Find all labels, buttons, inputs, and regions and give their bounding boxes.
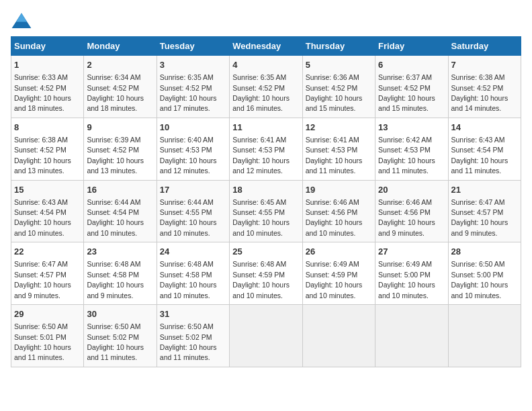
calendar-cell: 19 Sunrise: 6:46 AMSunset: 4:56 PMDaylig… bbox=[302, 180, 375, 242]
calendar-cell: 2 Sunrise: 6:34 AMSunset: 4:52 PMDayligh… bbox=[84, 56, 157, 118]
day-number: 24 bbox=[160, 246, 226, 258]
day-number: 25 bbox=[232, 246, 299, 258]
day-number: 21 bbox=[451, 184, 518, 196]
day-number: 23 bbox=[87, 246, 153, 258]
day-number: 13 bbox=[378, 122, 445, 134]
cell-content: Sunrise: 6:43 AMSunset: 4:54 PMDaylight:… bbox=[451, 136, 508, 175]
calendar-cell: 9 Sunrise: 6:39 AMSunset: 4:52 PMDayligh… bbox=[84, 118, 157, 180]
cell-content: Sunrise: 6:47 AMSunset: 4:57 PMDaylight:… bbox=[451, 198, 508, 237]
day-number: 31 bbox=[160, 308, 226, 320]
calendar-cell: 1 Sunrise: 6:33 AMSunset: 4:52 PMDayligh… bbox=[11, 56, 84, 118]
header-wednesday: Wednesday bbox=[230, 37, 302, 56]
calendar-cell: 14 Sunrise: 6:43 AMSunset: 4:54 PMDaylig… bbox=[448, 118, 521, 180]
cell-content: Sunrise: 6:38 AMSunset: 4:52 PMDaylight:… bbox=[14, 136, 71, 175]
day-number: 2 bbox=[87, 59, 153, 71]
day-number: 19 bbox=[306, 184, 372, 196]
header-friday: Friday bbox=[375, 37, 448, 56]
day-number: 12 bbox=[306, 122, 372, 134]
cell-content: Sunrise: 6:33 AMSunset: 4:52 PMDaylight:… bbox=[14, 73, 71, 112]
calendar-cell: 27 Sunrise: 6:49 AMSunset: 5:00 PMDaylig… bbox=[375, 242, 448, 305]
calendar-cell: 12 Sunrise: 6:41 AMSunset: 4:53 PMDaylig… bbox=[302, 118, 375, 180]
day-number: 22 bbox=[14, 246, 81, 258]
calendar-cell: 13 Sunrise: 6:42 AMSunset: 4:53 PMDaylig… bbox=[375, 118, 448, 180]
calendar-cell: 30 Sunrise: 6:50 AMSunset: 5:02 PMDaylig… bbox=[84, 305, 157, 367]
cell-content: Sunrise: 6:37 AMSunset: 4:52 PMDaylight:… bbox=[378, 73, 435, 112]
day-number: 4 bbox=[232, 59, 299, 71]
cell-content: Sunrise: 6:34 AMSunset: 4:52 PMDaylight:… bbox=[87, 73, 144, 112]
logo bbox=[11, 13, 34, 31]
calendar-cell: 10 Sunrise: 6:40 AMSunset: 4:53 PMDaylig… bbox=[157, 118, 229, 180]
cell-content: Sunrise: 6:46 AMSunset: 4:56 PMDaylight:… bbox=[378, 198, 435, 237]
calendar-cell: 4 Sunrise: 6:35 AMSunset: 4:52 PMDayligh… bbox=[230, 56, 302, 118]
calendar-cell: 28 Sunrise: 6:50 AMSunset: 5:00 PMDaylig… bbox=[448, 242, 521, 305]
cell-content: Sunrise: 6:49 AMSunset: 5:00 PMDaylight:… bbox=[378, 260, 435, 299]
calendar-cell: 6 Sunrise: 6:37 AMSunset: 4:52 PMDayligh… bbox=[375, 56, 448, 118]
day-number: 9 bbox=[87, 122, 153, 134]
cell-content: Sunrise: 6:48 AMSunset: 4:59 PMDaylight:… bbox=[232, 260, 290, 299]
calendar-cell: 31 Sunrise: 6:50 AMSunset: 5:02 PMDaylig… bbox=[157, 305, 229, 367]
cell-content: Sunrise: 6:50 AMSunset: 5:01 PMDaylight:… bbox=[14, 322, 71, 361]
week-row-1: 1 Sunrise: 6:33 AMSunset: 4:52 PMDayligh… bbox=[11, 56, 521, 118]
logo-icon bbox=[11, 12, 32, 31]
header-sunday: Sunday bbox=[11, 37, 84, 56]
header-monday: Monday bbox=[84, 37, 157, 56]
day-number: 29 bbox=[14, 308, 81, 320]
cell-content: Sunrise: 6:49 AMSunset: 4:59 PMDaylight:… bbox=[306, 260, 363, 299]
calendar-cell bbox=[230, 305, 302, 367]
calendar-cell: 21 Sunrise: 6:47 AMSunset: 4:57 PMDaylig… bbox=[448, 180, 521, 242]
cell-content: Sunrise: 6:47 AMSunset: 4:57 PMDaylight:… bbox=[14, 260, 71, 299]
header-saturday: Saturday bbox=[448, 37, 521, 56]
day-number: 27 bbox=[378, 246, 445, 258]
week-row-5: 29 Sunrise: 6:50 AMSunset: 5:01 PMDaylig… bbox=[11, 305, 521, 367]
calendar-cell: 8 Sunrise: 6:38 AMSunset: 4:52 PMDayligh… bbox=[11, 118, 84, 180]
calendar-cell: 22 Sunrise: 6:47 AMSunset: 4:57 PMDaylig… bbox=[11, 242, 84, 305]
week-row-4: 22 Sunrise: 6:47 AMSunset: 4:57 PMDaylig… bbox=[11, 242, 521, 305]
calendar-cell bbox=[375, 305, 448, 367]
day-number: 20 bbox=[378, 184, 445, 196]
calendar-cell: 20 Sunrise: 6:46 AMSunset: 4:56 PMDaylig… bbox=[375, 180, 448, 242]
cell-content: Sunrise: 6:48 AMSunset: 4:58 PMDaylight:… bbox=[87, 260, 144, 299]
calendar-cell bbox=[448, 305, 521, 367]
calendar-cell: 24 Sunrise: 6:48 AMSunset: 4:58 PMDaylig… bbox=[157, 242, 229, 305]
calendar-cell: 11 Sunrise: 6:41 AMSunset: 4:53 PMDaylig… bbox=[230, 118, 302, 180]
cell-content: Sunrise: 6:46 AMSunset: 4:56 PMDaylight:… bbox=[306, 198, 363, 237]
calendar-cell: 16 Sunrise: 6:44 AMSunset: 4:54 PMDaylig… bbox=[84, 180, 157, 242]
cell-content: Sunrise: 6:45 AMSunset: 4:55 PMDaylight:… bbox=[232, 198, 290, 237]
calendar-header: SundayMondayTuesdayWednesdayThursdayFrid… bbox=[11, 37, 521, 56]
day-number: 7 bbox=[451, 59, 518, 71]
cell-content: Sunrise: 6:43 AMSunset: 4:54 PMDaylight:… bbox=[14, 198, 71, 237]
day-number: 17 bbox=[160, 184, 226, 196]
cell-content: Sunrise: 6:38 AMSunset: 4:52 PMDaylight:… bbox=[451, 73, 508, 112]
day-number: 5 bbox=[306, 59, 372, 71]
cell-content: Sunrise: 6:44 AMSunset: 4:54 PMDaylight:… bbox=[87, 198, 144, 237]
calendar-cell: 29 Sunrise: 6:50 AMSunset: 5:01 PMDaylig… bbox=[11, 305, 84, 367]
week-row-2: 8 Sunrise: 6:38 AMSunset: 4:52 PMDayligh… bbox=[11, 118, 521, 180]
day-number: 10 bbox=[160, 122, 226, 134]
calendar-cell: 17 Sunrise: 6:44 AMSunset: 4:55 PMDaylig… bbox=[157, 180, 229, 242]
calendar-cell: 3 Sunrise: 6:35 AMSunset: 4:52 PMDayligh… bbox=[157, 56, 229, 118]
cell-content: Sunrise: 6:40 AMSunset: 4:53 PMDaylight:… bbox=[160, 136, 217, 175]
cell-content: Sunrise: 6:35 AMSunset: 4:52 PMDaylight:… bbox=[232, 73, 290, 112]
calendar-table: SundayMondayTuesdayWednesdayThursdayFrid… bbox=[11, 36, 521, 367]
calendar-body: 1 Sunrise: 6:33 AMSunset: 4:52 PMDayligh… bbox=[11, 56, 521, 367]
cell-content: Sunrise: 6:44 AMSunset: 4:55 PMDaylight:… bbox=[160, 198, 217, 237]
day-number: 26 bbox=[306, 246, 372, 258]
day-number: 8 bbox=[14, 122, 81, 134]
cell-content: Sunrise: 6:41 AMSunset: 4:53 PMDaylight:… bbox=[306, 136, 363, 175]
cell-content: Sunrise: 6:50 AMSunset: 5:00 PMDaylight:… bbox=[451, 260, 508, 299]
day-number: 14 bbox=[451, 122, 518, 134]
calendar-cell bbox=[302, 305, 375, 367]
cell-content: Sunrise: 6:36 AMSunset: 4:52 PMDaylight:… bbox=[306, 73, 363, 112]
page-header bbox=[11, 11, 521, 31]
calendar-cell: 25 Sunrise: 6:48 AMSunset: 4:59 PMDaylig… bbox=[230, 242, 302, 305]
header-row: SundayMondayTuesdayWednesdayThursdayFrid… bbox=[11, 37, 521, 56]
calendar-cell: 26 Sunrise: 6:49 AMSunset: 4:59 PMDaylig… bbox=[302, 242, 375, 305]
cell-content: Sunrise: 6:35 AMSunset: 4:52 PMDaylight:… bbox=[160, 73, 217, 112]
cell-content: Sunrise: 6:48 AMSunset: 4:58 PMDaylight:… bbox=[160, 260, 217, 299]
week-row-3: 15 Sunrise: 6:43 AMSunset: 4:54 PMDaylig… bbox=[11, 180, 521, 242]
calendar-cell: 18 Sunrise: 6:45 AMSunset: 4:55 PMDaylig… bbox=[230, 180, 302, 242]
day-number: 16 bbox=[87, 184, 153, 196]
day-number: 6 bbox=[378, 59, 445, 71]
calendar-cell: 5 Sunrise: 6:36 AMSunset: 4:52 PMDayligh… bbox=[302, 56, 375, 118]
day-number: 3 bbox=[160, 59, 226, 71]
